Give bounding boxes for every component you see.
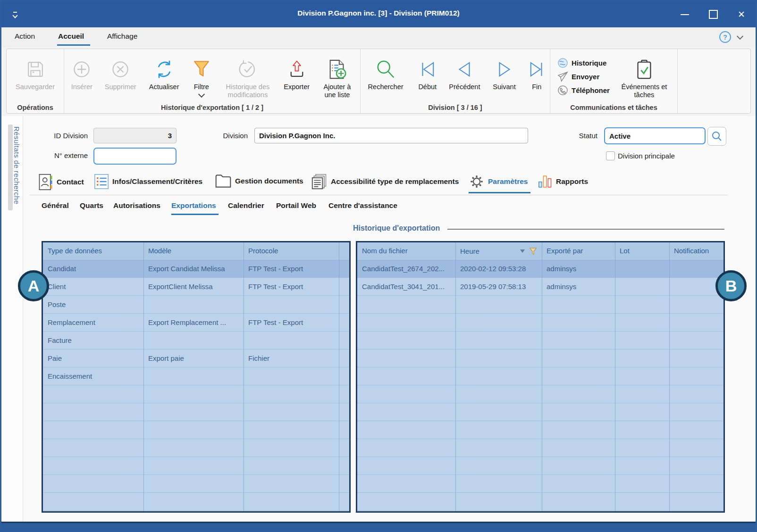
phone-button[interactable]: Téléphoner bbox=[557, 85, 610, 96]
filter-dropdown-icon[interactable] bbox=[198, 91, 205, 98]
tab-accessibilite[interactable]: Accessibilité type de remplacements bbox=[311, 174, 459, 190]
history-modifications-button[interactable]: Historique des modifications bbox=[219, 56, 276, 99]
events-tasks-button[interactable]: Événements et tâches bbox=[618, 56, 670, 99]
send-button[interactable]: Envoyer bbox=[557, 71, 610, 82]
callout-b-badge: B bbox=[715, 270, 747, 301]
ribbon-group-operations: Sauvegarder Opérations bbox=[7, 49, 64, 113]
last-label: Fin bbox=[532, 83, 541, 91]
title-bar: Division P.Gagnon inc. [3] - Division (P… bbox=[1, 1, 756, 27]
filter-funnel-icon[interactable] bbox=[529, 248, 537, 255]
table-row[interactable]: Remplacement Export Remplacement ... FTP… bbox=[43, 314, 349, 332]
division-principale-checkbox[interactable] bbox=[606, 151, 615, 160]
tab-accueil[interactable]: Accueil bbox=[58, 32, 84, 41]
statut-field[interactable]: Active bbox=[604, 127, 706, 144]
panel-grip[interactable] bbox=[8, 125, 13, 210]
subtab-portail-web[interactable]: Portail Web bbox=[276, 201, 316, 210]
close-button[interactable]: ✕ bbox=[727, 1, 756, 27]
externe-field[interactable] bbox=[93, 148, 177, 165]
previous-button[interactable]: Précédent bbox=[447, 56, 482, 91]
tabs-divider bbox=[30, 195, 727, 195]
subtab-exportations[interactable]: Exportations bbox=[171, 201, 216, 210]
first-button[interactable]: Début bbox=[416, 56, 438, 91]
cell: FTP Test - Export bbox=[244, 314, 339, 332]
table-row[interactable]: CandidatTest_3041_201... 2019-05-29 07:5… bbox=[357, 278, 723, 296]
subtab-autorisations[interactable]: Autorisations bbox=[113, 201, 160, 210]
tab-action[interactable]: Action bbox=[15, 32, 35, 41]
column-header-heure[interactable]: Heure bbox=[455, 242, 542, 260]
refresh-button[interactable]: Actualiser bbox=[144, 56, 184, 91]
export-types-table[interactable]: Type de données Modèle Protocole Candida… bbox=[42, 241, 351, 513]
table-row[interactable]: Client ExportClient Melissa FTP Test - E… bbox=[43, 278, 349, 296]
search-results-label: Résultats de recherche bbox=[13, 126, 21, 204]
search-results-panel-tab[interactable]: Résultats de recherche bbox=[1, 116, 23, 523]
active-tab-underline bbox=[57, 44, 90, 46]
filter-label: Filtre bbox=[194, 83, 209, 91]
insert-label: Insérer bbox=[71, 83, 93, 91]
save-button[interactable]: Sauvegarder bbox=[9, 56, 61, 91]
next-record-icon bbox=[495, 56, 514, 83]
collapse-ribbon-icon[interactable] bbox=[737, 33, 743, 40]
active-subtab-underline bbox=[171, 214, 219, 215]
send-label: Envoyer bbox=[572, 73, 599, 81]
subtab-calendrier[interactable]: Calendrier bbox=[228, 201, 264, 210]
tab-contact[interactable]: Contact bbox=[38, 174, 84, 191]
column-header-label: Heure bbox=[460, 247, 479, 255]
subtab-centre-assistance[interactable]: Centre d'assistance bbox=[328, 201, 397, 210]
cell: 2020-02-12 09:53:28 bbox=[455, 260, 542, 278]
tab-infos-classement[interactable]: Infos/Classement/Critères bbox=[94, 174, 202, 190]
tab-rapports[interactable]: Rapports bbox=[538, 174, 588, 190]
table-row[interactable]: Encaissement bbox=[43, 367, 349, 385]
next-button[interactable]: Suivant bbox=[491, 56, 518, 91]
division-label: Division bbox=[216, 132, 248, 140]
insert-button[interactable]: Insérer bbox=[67, 56, 97, 91]
column-header[interactable]: Nom du fichier bbox=[357, 242, 455, 260]
subtab-quarts[interactable]: Quarts bbox=[80, 201, 103, 210]
comm-history-button[interactable]: Historique bbox=[557, 58, 610, 68]
column-header[interactable]: Lot bbox=[615, 242, 669, 260]
tab-gestion-label: Gestion documents bbox=[235, 177, 303, 185]
bar-chart-icon bbox=[538, 174, 553, 190]
tab-gestion-documents[interactable]: Gestion documents bbox=[215, 174, 303, 189]
column-header[interactable]: Exporté par bbox=[542, 242, 615, 260]
division-field[interactable]: Division P.Gagnon Inc. bbox=[254, 128, 528, 143]
help-icon[interactable]: ? bbox=[719, 31, 731, 43]
last-record-icon bbox=[527, 56, 547, 83]
table-row[interactable]: Candidat Export Candidat Melissa FTP Tes… bbox=[43, 260, 349, 278]
delete-label: Supprimer bbox=[105, 83, 136, 91]
maximize-button[interactable] bbox=[699, 1, 727, 27]
table-row[interactable]: Poste bbox=[43, 296, 349, 314]
cell: adminsys bbox=[542, 260, 615, 278]
subtab-general[interactable]: Général bbox=[42, 201, 69, 210]
column-header[interactable]: Protocole bbox=[244, 242, 339, 260]
sort-descending-icon[interactable] bbox=[520, 249, 525, 253]
search-button[interactable]: Rechercher bbox=[363, 56, 408, 91]
add-to-list-button[interactable]: Ajouter à une liste bbox=[317, 56, 357, 99]
export-button[interactable]: Exporter bbox=[281, 56, 312, 91]
table-row[interactable]: Facture bbox=[43, 332, 349, 349]
filter-button[interactable]: Filtre bbox=[188, 56, 214, 97]
export-icon bbox=[287, 56, 307, 83]
cell: Export paie bbox=[143, 349, 244, 367]
cell: Poste bbox=[43, 296, 143, 314]
externe-label: N° externe bbox=[30, 151, 88, 159]
export-history-table[interactable]: Nom du fichier Heure Exporté par Lot Not… bbox=[356, 241, 725, 513]
table-row[interactable]: Paie Export paie Fichier bbox=[43, 349, 349, 367]
statut-lookup-button[interactable] bbox=[707, 127, 726, 146]
tab-affichage[interactable]: Affichage bbox=[107, 32, 137, 41]
phone-icon bbox=[557, 85, 568, 96]
cell: Candidat bbox=[43, 260, 143, 278]
minimize-button[interactable] bbox=[671, 1, 699, 27]
stacked-documents-icon bbox=[311, 174, 328, 190]
delete-button[interactable]: Supprimer bbox=[101, 56, 140, 91]
cell bbox=[143, 296, 244, 314]
id-division-field: 3 bbox=[93, 128, 177, 143]
window-title: Division P.Gagnon inc. [3] - Division (P… bbox=[1, 9, 756, 17]
column-header[interactable]: Modèle bbox=[143, 242, 244, 260]
column-header[interactable]: Notification bbox=[669, 242, 723, 260]
last-button[interactable]: Fin bbox=[527, 56, 547, 91]
tab-parametres[interactable]: Paramètres bbox=[469, 174, 528, 190]
active-icon-tab-underline bbox=[469, 192, 530, 193]
column-header[interactable]: Type de données bbox=[43, 242, 143, 260]
table-row[interactable]: CandidatTest_2674_202... 2020-02-12 09:5… bbox=[357, 260, 723, 278]
ribbon-group-label: Division [ 3 / 16 ] bbox=[361, 104, 550, 111]
